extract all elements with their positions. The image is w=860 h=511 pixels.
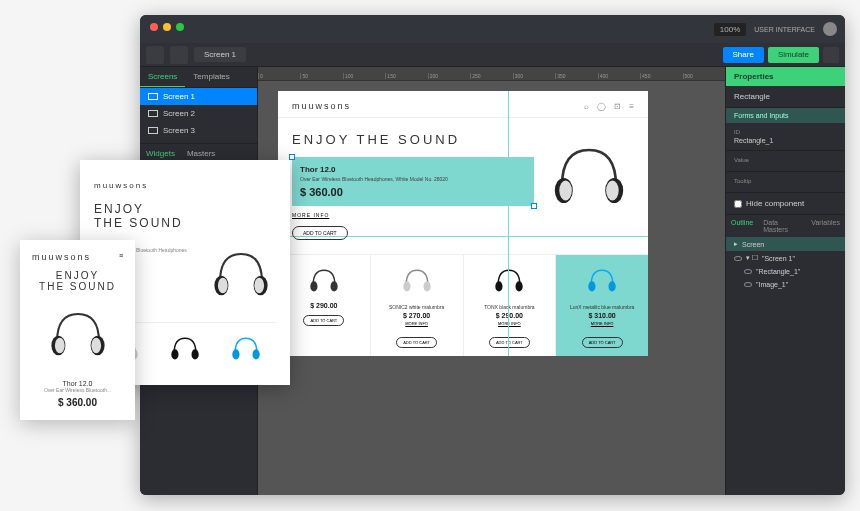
- product-name: Thor 12.0: [300, 165, 526, 174]
- brand-logo: muuwsons: [32, 252, 91, 262]
- simulate-button[interactable]: Simulate: [768, 47, 819, 63]
- user-role-label: USER INTERFACE: [754, 26, 815, 33]
- tab-templates[interactable]: Templates: [185, 67, 237, 87]
- add-to-cart-button[interactable]: ADD TO CART: [582, 337, 623, 348]
- add-to-cart-button[interactable]: ADD TO CART: [303, 315, 344, 326]
- screen-item[interactable]: Screen 2: [140, 105, 257, 122]
- card-name: TONX black malumbra: [470, 304, 550, 310]
- outline-root[interactable]: ▸Screen: [726, 237, 845, 251]
- tool-button[interactable]: [170, 46, 188, 64]
- product-description: Over Ear Wireless Bluetooth...: [32, 387, 123, 393]
- svg-point-21: [252, 349, 259, 359]
- visibility-icon[interactable]: [744, 269, 752, 274]
- menu-icon[interactable]: ≡: [119, 252, 123, 262]
- hero-title: ENJOYTHE SOUND: [32, 270, 123, 292]
- zoom-level[interactable]: 100%: [714, 23, 746, 36]
- id-value[interactable]: Rectangle_1: [734, 137, 837, 144]
- hero-title: ENJOYTHE SOUND: [94, 202, 276, 230]
- user-icon[interactable]: ◯: [597, 102, 606, 111]
- product-card[interactable]: $ 290.00 ADD TO CART: [278, 255, 371, 356]
- svg-point-25: [91, 338, 101, 353]
- more-info-link[interactable]: MORE INFO: [292, 212, 329, 218]
- svg-point-7: [423, 281, 430, 291]
- svg-point-24: [54, 338, 64, 353]
- brand-logo: muuwsons: [292, 101, 351, 111]
- user-avatar[interactable]: [823, 22, 837, 36]
- card-name: LunX metallic blue malumbra: [562, 304, 642, 310]
- more-info-link[interactable]: MORE INFO: [377, 321, 457, 326]
- tab-data-masters[interactable]: Data Masters: [758, 215, 806, 237]
- tab-variables[interactable]: Variables: [806, 215, 845, 237]
- more-info-link[interactable]: MORE INFO: [562, 321, 642, 326]
- svg-point-10: [588, 281, 595, 291]
- visibility-icon[interactable]: [734, 256, 742, 261]
- outline-item[interactable]: "Image_1": [726, 278, 845, 291]
- headphones-image: [491, 263, 527, 299]
- screen-tab[interactable]: Screen 1: [194, 47, 246, 62]
- headphones-image: [206, 240, 276, 310]
- svg-point-20: [232, 349, 239, 359]
- share-button[interactable]: Share: [723, 47, 764, 63]
- headphones-image: [43, 300, 113, 370]
- desktop-mockup[interactable]: muuwsons ⌕ ◯ ⊡ ≡ ENJOY THE SOUND Thor: [278, 91, 648, 356]
- hero-title: ENJOY THE SOUND: [292, 132, 534, 147]
- svg-point-4: [310, 281, 317, 291]
- canvas[interactable]: 050100150200250300350400450500 muuwsons …: [258, 67, 725, 495]
- property-section[interactable]: Forms and Inputs: [726, 108, 845, 123]
- headphones-image: [167, 331, 203, 367]
- svg-point-6: [403, 281, 410, 291]
- product-price: $ 360.00: [300, 186, 526, 198]
- product-name: Thor 12.0: [32, 380, 123, 387]
- card-price: $ 290.00: [470, 312, 550, 319]
- svg-point-3: [606, 181, 619, 201]
- properties-header: Properties: [726, 67, 845, 86]
- more-info-link[interactable]: MORE INFO: [470, 321, 550, 326]
- screen-item[interactable]: Screen 3: [140, 122, 257, 139]
- settings-icon[interactable]: [823, 47, 839, 63]
- headphones-image: [544, 132, 634, 222]
- horizontal-ruler: 050100150200250300350400450500: [258, 67, 725, 81]
- svg-point-8: [496, 281, 503, 291]
- card-price: $ 290.00: [284, 302, 364, 309]
- panel-tabs: Screens Templates: [140, 67, 257, 88]
- add-to-cart-button[interactable]: ADD TO CART: [489, 337, 530, 348]
- svg-point-5: [330, 281, 337, 291]
- svg-point-14: [218, 278, 228, 293]
- svg-point-9: [516, 281, 523, 291]
- headphones-image: [228, 331, 264, 367]
- card-price: $ 310.00: [562, 312, 642, 319]
- add-to-cart-button[interactable]: ADD TO CART: [396, 337, 437, 348]
- menu-icon[interactable]: ≡: [629, 102, 634, 111]
- visibility-icon[interactable]: [744, 282, 752, 287]
- add-to-cart-button[interactable]: ADD TO CART: [292, 226, 348, 240]
- card-price: $ 270.00: [377, 312, 457, 319]
- card-name: SONIC2 white malumbra: [377, 304, 457, 310]
- tab-outline[interactable]: Outline: [726, 215, 758, 237]
- headphones-image: [584, 263, 620, 299]
- product-card[interactable]: SONIC2 white malumbra $ 270.00 MORE INFO…: [371, 255, 464, 356]
- svg-point-19: [191, 349, 198, 359]
- minimize-window-icon[interactable]: [163, 23, 171, 31]
- svg-point-11: [609, 281, 616, 291]
- outline-item[interactable]: ▾ ☐"Screen 1": [726, 251, 845, 265]
- search-icon[interactable]: ⌕: [584, 102, 589, 111]
- selected-element[interactable]: Thor 12.0 Over Ear Wireless Bluetooth He…: [292, 157, 534, 206]
- product-card-selected[interactable]: LunX metallic blue malumbra $ 310.00 MOR…: [556, 255, 648, 356]
- value-label: Value: [734, 157, 837, 163]
- product-card[interactable]: TONX black malumbra $ 290.00 MORE INFO A…: [464, 255, 557, 356]
- tool-button[interactable]: [146, 46, 164, 64]
- maximize-window-icon[interactable]: [176, 23, 184, 31]
- product-price: $ 360.00: [32, 397, 123, 408]
- hide-component-checkbox[interactable]: [734, 200, 742, 208]
- headphones-image: [306, 263, 342, 299]
- svg-point-2: [559, 181, 572, 201]
- screen-item[interactable]: Screen 1: [140, 88, 257, 105]
- headphones-image: [399, 263, 435, 299]
- svg-point-18: [171, 349, 178, 359]
- cart-icon[interactable]: ⊡: [614, 102, 621, 111]
- close-window-icon[interactable]: [150, 23, 158, 31]
- id-label: ID: [734, 129, 837, 135]
- outline-item[interactable]: "Rectangle_1": [726, 265, 845, 278]
- tab-screens[interactable]: Screens: [140, 67, 185, 87]
- element-type: Rectangle: [726, 86, 845, 108]
